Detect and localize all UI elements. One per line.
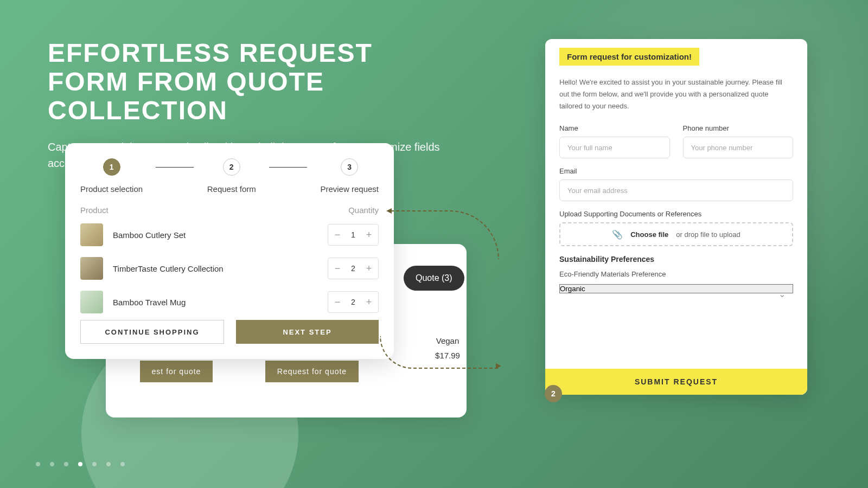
carousel-dot[interactable]: [120, 462, 125, 466]
phone-input[interactable]: [683, 137, 794, 158]
qty-minus-button[interactable]: −: [328, 292, 347, 312]
product-name: Bamboo Travel Mug: [113, 298, 318, 307]
continue-shopping-button[interactable]: CONTINUE SHOPPING: [80, 320, 224, 344]
carousel-dot[interactable]: [78, 462, 82, 466]
product-thumbnail: [80, 257, 103, 280]
carousel-dot[interactable]: [64, 462, 68, 466]
file-upload-zone[interactable]: 📎 Choose file or drop file to upload: [559, 222, 793, 246]
step-label: Request form: [207, 184, 256, 194]
step-number: 2: [223, 158, 240, 176]
step-preview-request[interactable]: 3 Preview request: [320, 158, 379, 194]
step-request-form[interactable]: 2 Request form: [207, 158, 256, 194]
qty-plus-button[interactable]: +: [360, 292, 378, 312]
qty-value: 1: [347, 230, 360, 239]
request-quote-button[interactable]: Request for quote: [265, 361, 359, 382]
catalog-price: $17.99: [393, 351, 502, 360]
carousel-dot[interactable]: [50, 462, 54, 466]
drop-hint: or drop file to upload: [676, 230, 741, 239]
carousel-dot[interactable]: [92, 462, 97, 466]
product-row: Bamboo Travel Mug − 2 +: [80, 291, 379, 313]
product-name: Bamboo Cutlery Set: [113, 230, 318, 240]
product-thumbnail: [80, 223, 103, 246]
request-form-card: Form request for customization! Hello! W…: [545, 39, 807, 395]
quantity-stepper[interactable]: − 2 +: [328, 258, 379, 279]
quote-bubble[interactable]: Quote (3): [404, 266, 464, 291]
product-name: TimberTaste Cutlery Collection: [113, 264, 318, 273]
product-thumbnail: [80, 291, 103, 313]
carousel-dot[interactable]: [106, 462, 111, 466]
qty-minus-button[interactable]: −: [328, 258, 347, 279]
phone-label: Phone number: [683, 124, 794, 132]
materials-select[interactable]: Organic: [559, 284, 793, 293]
arrowhead-icon: [496, 363, 501, 369]
wizard-steps: 1 Product selection 2 Request form 3 Pre…: [80, 158, 379, 194]
product-row: Bamboo Cutlery Set − 1 +: [80, 223, 379, 246]
carousel-dot[interactable]: [36, 462, 40, 466]
col-quantity: Quantity: [348, 206, 379, 215]
name-input[interactable]: [559, 137, 670, 158]
submit-request-button[interactable]: SUBMIT REQUEST: [545, 369, 807, 395]
product-table-header: Product Quantity: [80, 206, 379, 215]
catalog-item: Vegan $17.99: [393, 336, 502, 382]
form-description: Hello! We're excited to assist you in yo…: [559, 76, 793, 112]
preferences-heading: Sustainability Preferences: [559, 255, 793, 264]
arrowhead-icon: [386, 208, 392, 214]
upload-label: Upload Supporting Documents or Reference…: [559, 210, 793, 218]
quantity-stepper[interactable]: − 2 +: [328, 291, 379, 313]
preferences-sublabel: Eco-Friendly Materials Preference: [559, 270, 793, 278]
step-product-selection[interactable]: 1 Product selection: [80, 158, 143, 194]
step-label: Product selection: [80, 184, 143, 194]
choose-file-button[interactable]: Choose file: [630, 230, 668, 239]
qty-plus-button[interactable]: +: [360, 258, 378, 279]
email-label: Email: [559, 167, 793, 175]
step-number: 3: [341, 158, 358, 176]
form-title-tag: Form request for customization!: [559, 48, 699, 66]
quantity-stepper[interactable]: − 1 +: [328, 224, 379, 246]
col-product: Product: [80, 206, 108, 215]
email-input[interactable]: [559, 179, 793, 201]
step-divider: [156, 167, 194, 168]
product-row: TimberTaste Cutlery Collection − 2 +: [80, 257, 379, 280]
catalog-name: Vegan: [393, 336, 502, 345]
step-label: Preview request: [320, 184, 379, 194]
request-quote-button[interactable]: est for quote: [140, 361, 213, 382]
carousel-dots[interactable]: [36, 462, 125, 466]
hero-title: EFFORTLESS REQUEST FORM FROM QUOTE COLLE…: [48, 39, 455, 125]
paperclip-icon: 📎: [612, 229, 623, 240]
qty-minus-button[interactable]: −: [328, 224, 347, 245]
step-number: 1: [103, 158, 120, 176]
wizard-card: 1 Product selection 2 Request form 3 Pre…: [65, 143, 394, 359]
step-divider: [269, 167, 307, 168]
qty-plus-button[interactable]: +: [360, 224, 378, 245]
qty-value: 2: [347, 298, 360, 306]
qty-value: 2: [347, 264, 360, 273]
annotation-badge-2: 2: [545, 385, 562, 402]
name-label: Name: [559, 124, 670, 132]
next-step-button[interactable]: NEXT STEP: [236, 320, 379, 344]
